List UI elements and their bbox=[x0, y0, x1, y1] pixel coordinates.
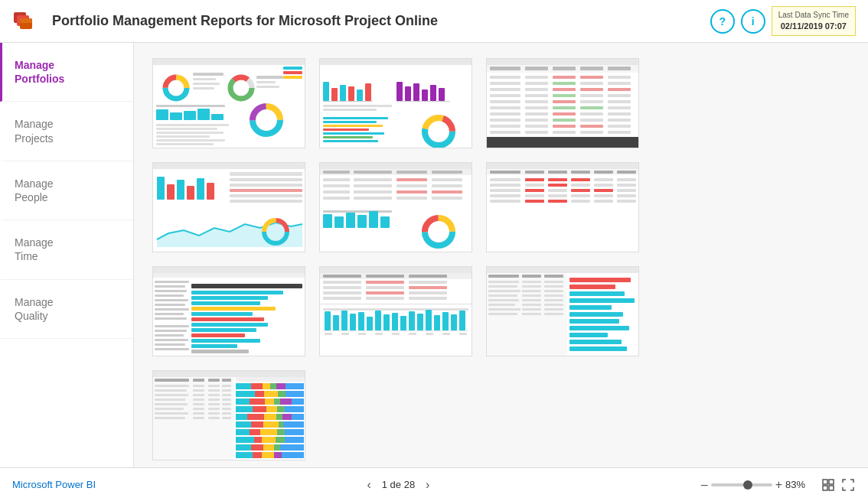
svg-rect-111 bbox=[580, 119, 603, 122]
svg-rect-286 bbox=[426, 333, 433, 335]
svg-rect-198 bbox=[571, 189, 590, 192]
svg-rect-203 bbox=[548, 194, 567, 197]
svg-rect-190 bbox=[525, 184, 544, 187]
report-thumb-1[interactable] bbox=[152, 58, 305, 148]
svg-rect-231 bbox=[155, 325, 189, 327]
svg-rect-60 bbox=[323, 136, 373, 138]
svg-rect-89 bbox=[525, 94, 548, 97]
svg-rect-22 bbox=[156, 105, 225, 107]
sidebar-item-manage-portfolios[interactable]: ManagePortfolios bbox=[0, 43, 133, 102]
svg-rect-189 bbox=[490, 184, 520, 187]
svg-rect-309 bbox=[544, 299, 563, 301]
svg-rect-32 bbox=[156, 124, 229, 126]
svg-rect-117 bbox=[608, 125, 631, 128]
fullscreen-button[interactable] bbox=[840, 477, 856, 493]
svg-rect-201 bbox=[490, 194, 520, 197]
svg-rect-329 bbox=[569, 346, 627, 351]
report-thumb-3[interactable] bbox=[486, 58, 639, 148]
svg-marker-3 bbox=[20, 18, 32, 23]
svg-rect-411 bbox=[285, 437, 304, 443]
svg-rect-381 bbox=[250, 399, 265, 405]
svg-rect-347 bbox=[222, 394, 231, 396]
svg-rect-223 bbox=[155, 317, 187, 320]
svg-rect-103 bbox=[490, 112, 520, 115]
svg-rect-280 bbox=[325, 333, 332, 335]
svg-rect-405 bbox=[277, 429, 285, 435]
zoom-control: – + 83% bbox=[701, 478, 811, 492]
svg-rect-317 bbox=[522, 313, 541, 315]
svg-rect-363 bbox=[222, 412, 231, 415]
zoom-minus-button[interactable]: – bbox=[701, 478, 708, 492]
svg-rect-102 bbox=[608, 106, 631, 109]
svg-rect-414 bbox=[263, 444, 274, 451]
svg-rect-256 bbox=[409, 291, 447, 294]
svg-rect-268 bbox=[375, 311, 381, 330]
sidebar-item-manage-time[interactable]: ManageTime bbox=[0, 220, 133, 279]
svg-rect-308 bbox=[522, 299, 541, 301]
report-thumb-4[interactable] bbox=[152, 162, 305, 252]
svg-rect-250 bbox=[409, 281, 447, 284]
prev-page-button[interactable]: ‹ bbox=[362, 477, 375, 493]
svg-rect-287 bbox=[442, 333, 450, 335]
svg-rect-282 bbox=[358, 333, 366, 335]
svg-rect-87 bbox=[608, 88, 631, 91]
header-icons: ? i Last Data Sync Time 02/11/2019 07:07 bbox=[710, 6, 856, 36]
svg-rect-214 bbox=[153, 273, 305, 278]
svg-rect-357 bbox=[193, 408, 204, 410]
svg-rect-76 bbox=[580, 76, 603, 79]
svg-rect-187 bbox=[594, 178, 613, 181]
svg-rect-126 bbox=[167, 184, 175, 200]
svg-rect-395 bbox=[282, 414, 292, 420]
svg-rect-307 bbox=[488, 299, 519, 301]
report-thumb-5[interactable] bbox=[319, 162, 472, 252]
svg-rect-274 bbox=[426, 310, 432, 330]
svg-rect-79 bbox=[525, 82, 548, 85]
zoom-plus-button[interactable]: + bbox=[775, 478, 782, 492]
svg-rect-285 bbox=[409, 333, 416, 335]
svg-rect-271 bbox=[400, 316, 406, 330]
svg-rect-360 bbox=[155, 412, 188, 415]
powerbi-link[interactable]: Microsoft Power BI bbox=[12, 479, 96, 490]
report-thumb-2[interactable] bbox=[319, 58, 472, 148]
report-thumb-9[interactable] bbox=[486, 266, 639, 356]
help-button[interactable]: ? bbox=[710, 9, 735, 34]
svg-rect-356 bbox=[155, 408, 184, 410]
svg-rect-99 bbox=[525, 106, 548, 109]
svg-rect-243 bbox=[320, 267, 472, 273]
info-button[interactable]: i bbox=[741, 9, 765, 34]
svg-rect-51 bbox=[439, 88, 445, 101]
svg-rect-58 bbox=[323, 129, 369, 131]
svg-rect-226 bbox=[191, 296, 268, 300]
svg-rect-295 bbox=[488, 281, 519, 283]
sidebar-item-manage-quality[interactable]: ManageQuality bbox=[0, 280, 133, 339]
svg-rect-132 bbox=[230, 178, 302, 181]
svg-rect-75 bbox=[553, 76, 576, 79]
sidebar-item-manage-projects[interactable]: ManageProjects bbox=[0, 102, 133, 161]
svg-rect-398 bbox=[251, 421, 263, 428]
zoom-slider[interactable] bbox=[711, 483, 772, 486]
svg-rect-225 bbox=[191, 291, 283, 294]
svg-rect-68 bbox=[490, 67, 520, 70]
svg-rect-146 bbox=[396, 171, 427, 174]
fit-page-button[interactable] bbox=[821, 477, 836, 493]
svg-rect-44 bbox=[365, 83, 371, 101]
svg-rect-78 bbox=[490, 82, 520, 85]
svg-rect-372 bbox=[270, 383, 276, 389]
report-thumb-10[interactable] bbox=[152, 370, 305, 460]
svg-rect-415 bbox=[274, 444, 280, 451]
svg-rect-213 bbox=[153, 267, 305, 273]
svg-rect-166 bbox=[334, 216, 344, 228]
zoom-slider-thumb[interactable] bbox=[743, 480, 752, 490]
svg-rect-296 bbox=[522, 281, 541, 283]
report-thumb-8[interactable] bbox=[319, 266, 472, 356]
svg-rect-380 bbox=[236, 399, 250, 405]
next-page-button[interactable]: › bbox=[421, 477, 434, 493]
svg-rect-423 bbox=[829, 480, 834, 484]
svg-rect-42 bbox=[348, 86, 354, 101]
svg-rect-45 bbox=[323, 101, 373, 102]
sync-label: Last Data Sync Time bbox=[778, 10, 849, 21]
sidebar-item-manage-people[interactable]: ManagePeople bbox=[0, 161, 133, 220]
report-thumb-6[interactable] bbox=[486, 162, 639, 252]
report-thumb-7[interactable] bbox=[152, 266, 305, 356]
svg-rect-81 bbox=[580, 82, 603, 85]
